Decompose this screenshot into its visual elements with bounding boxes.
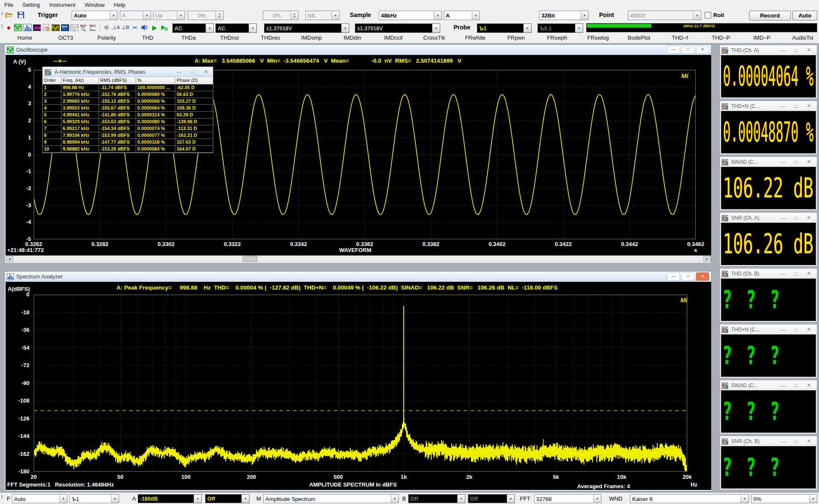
hotkey-tab[interactable]: FRwhite bbox=[455, 33, 496, 43]
hotkey-tab[interactable]: IMDdin bbox=[332, 33, 373, 43]
minimize-button[interactable]: — bbox=[777, 159, 790, 165]
chevron-down-icon[interactable]: ▼ bbox=[110, 11, 117, 20]
probe-a-select[interactable]: Ъ1▼ bbox=[477, 23, 531, 33]
ddp-panel-titlebar[interactable]: DDP THD (Ch. B) — □ ✕ bbox=[720, 269, 817, 279]
close-button[interactable]: ✕ bbox=[802, 327, 815, 332]
hotkey-tab[interactable]: FRswlog bbox=[578, 33, 619, 43]
ddp-panel-titlebar[interactable]: DDP THD+N (C... — □ ✕ bbox=[720, 324, 817, 335]
table-row[interactable]: 2 1.99776 kHz -152.76 dBFS 0.0000089 % 5… bbox=[43, 91, 213, 98]
table-row[interactable]: 3 2.99665 kHz -155.12 dBFS 0.0000068 % 1… bbox=[43, 98, 213, 105]
oscilloscope-titlebar[interactable]: Oscilloscope — □ ✕ bbox=[5, 45, 711, 55]
close-button[interactable]: ✕ bbox=[802, 159, 815, 165]
freq-scale-select[interactable]: Auto▼ bbox=[12, 494, 67, 503]
maximize-button[interactable]: □ bbox=[790, 327, 802, 332]
trigger-marker-icon[interactable]: —✕— bbox=[53, 58, 67, 64]
hotkey-tab[interactable]: THDnsl bbox=[209, 33, 250, 43]
signal-generator-icon[interactable] bbox=[51, 23, 60, 32]
minimize-button[interactable]: — bbox=[174, 69, 183, 75]
chevron-down-icon[interactable]: ▼ bbox=[249, 24, 256, 32]
overlap-select[interactable]: 0%▼ bbox=[751, 494, 817, 503]
table-column-header[interactable]: RMS (dBFS) bbox=[99, 77, 136, 84]
chevron-down-icon[interactable]: ▼ bbox=[581, 11, 588, 20]
hotkey-tab[interactable]: THD~f bbox=[659, 33, 700, 43]
record-icon[interactable]: ● bbox=[4, 23, 13, 32]
toolbar-grip[interactable]: ‖ bbox=[1, 10, 2, 17]
run-loop-icon[interactable] bbox=[160, 23, 168, 32]
sample-rate-select[interactable]: 48kHz▼ bbox=[379, 11, 442, 20]
checkbox-box[interactable] bbox=[705, 12, 711, 18]
trigger-delay-spinner[interactable]: 0% ▲▼ bbox=[263, 11, 299, 20]
range-a-select[interactable]: ±1.37018V▼ bbox=[264, 23, 349, 33]
hotkey-tab[interactable]: THD bbox=[127, 33, 168, 43]
oscilloscope-icon[interactable] bbox=[14, 23, 23, 32]
maximize-button[interactable]: □ bbox=[790, 215, 802, 220]
chevron-down-icon[interactable]: ▼ bbox=[59, 495, 67, 503]
scissors-icon[interactable]: ✂ bbox=[131, 23, 139, 32]
close-button[interactable]: ✕ bbox=[802, 271, 815, 276]
record-button[interactable]: Record bbox=[749, 11, 791, 20]
auto-scale-button[interactable]: Auto bbox=[793, 11, 817, 20]
minimize-button[interactable]: — bbox=[777, 383, 790, 388]
a-range-select[interactable]: -180dB▼ bbox=[138, 494, 202, 503]
table-column-header[interactable]: % bbox=[136, 77, 175, 84]
spinner-arrows-icon[interactable]: ▲▼ bbox=[215, 11, 223, 20]
spectrum-analyzer-icon[interactable] bbox=[23, 23, 32, 32]
freq-probe-select[interactable]: Ъ1▼ bbox=[70, 494, 119, 503]
maximize-button[interactable]: □ bbox=[790, 439, 802, 444]
hotkey-tab[interactable]: THDa bbox=[168, 33, 209, 43]
chevron-down-icon[interactable]: ▼ bbox=[593, 495, 601, 503]
scrollbar-thumb[interactable] bbox=[243, 256, 257, 262]
osc-horizontal-scrollbar[interactable]: ◄ ► bbox=[6, 255, 711, 262]
table-column-header[interactable]: Order bbox=[43, 77, 61, 84]
fft-size-select[interactable]: 32768▼ bbox=[534, 494, 601, 503]
minimize-button[interactable]: — bbox=[777, 104, 790, 109]
maximize-button[interactable]: □ bbox=[188, 69, 197, 75]
derived-data-icon[interactable] bbox=[70, 23, 79, 32]
table-column-header[interactable]: Freq. (Hz) bbox=[61, 77, 99, 84]
chevron-down-icon[interactable]: ▼ bbox=[809, 495, 817, 503]
hotkey-tab[interactable]: Home bbox=[4, 33, 45, 43]
ddp-panel-titlebar[interactable]: DDP SINAD (C... — □ ✕ bbox=[720, 380, 817, 391]
menu-item[interactable]: Setting bbox=[23, 2, 40, 8]
scroll-left-icon[interactable]: ◄ bbox=[6, 256, 13, 262]
trigger-edge-select[interactable]: Up▼ bbox=[153, 11, 185, 20]
minimize-button[interactable]: — bbox=[777, 439, 790, 444]
spectrum-titlebar[interactable]: Spectrum Analyzer — □ ✕ bbox=[5, 272, 711, 282]
spectrum-plot[interactable] bbox=[34, 295, 687, 472]
sample-channel-select[interactable]: A▼ bbox=[444, 11, 480, 20]
toolbar-grip[interactable]: ‖ bbox=[1, 494, 2, 500]
table-row[interactable]: 1 998.88 Hz -11.74 dBFS 100.0000000 ... … bbox=[43, 84, 213, 91]
chevron-down-icon[interactable]: ▼ bbox=[523, 24, 531, 32]
hotkey-tab[interactable]: Polarity bbox=[86, 33, 127, 43]
run-icon[interactable]: ▶ bbox=[150, 23, 159, 32]
ground-a-icon[interactable]: ⊥A bbox=[112, 23, 121, 32]
maximize-button[interactable]: □ bbox=[682, 46, 694, 54]
coupling-b-select[interactable]: AC▼ bbox=[215, 23, 257, 33]
chevron-down-icon[interactable]: ▼ bbox=[241, 495, 249, 503]
probe-b-select[interactable]: Ъ0.1▼ bbox=[537, 23, 583, 33]
view-mode-select[interactable]: Amplitude Spectrum▼ bbox=[263, 494, 399, 503]
table-row[interactable]: 6 5.99329 kHz -153.63 dBFS 0.0000080 % -… bbox=[43, 119, 213, 125]
table-row[interactable]: 5 4.99441 kHz -141.80 dBFS 0.0000314 % 6… bbox=[43, 112, 213, 119]
ddp-panel-titlebar[interactable]: DDP SNR (Ch. B) — □ ✕ bbox=[720, 436, 817, 446]
close-button[interactable]: ✕ bbox=[802, 215, 815, 220]
point-count-select[interactable]: 48000▼ bbox=[628, 11, 701, 20]
hotkey-tab[interactable]: BodePlot bbox=[619, 33, 659, 43]
data-logger-icon[interactable] bbox=[42, 23, 51, 32]
hotkey-tab[interactable]: FRswph bbox=[537, 33, 578, 43]
chevron-down-icon[interactable]: ▼ bbox=[391, 495, 398, 503]
coupling-a-select[interactable]: AC▼ bbox=[172, 23, 214, 33]
ddp-panel-titlebar[interactable]: DDP SINAD (C... — □ ✕ bbox=[720, 157, 817, 167]
chevron-down-icon[interactable]: ▼ bbox=[472, 11, 479, 20]
maximize-button[interactable]: □ bbox=[790, 159, 802, 165]
bit-depth-select[interactable]: 32Bit▼ bbox=[539, 11, 589, 20]
ddc-icon[interactable]: DDC bbox=[89, 23, 98, 32]
trigger-level-spinner[interactable]: 0% ▲▼ bbox=[188, 11, 224, 20]
maximize-button[interactable]: □ bbox=[790, 48, 802, 53]
chevron-down-icon[interactable]: ▼ bbox=[434, 11, 441, 20]
minimize-button[interactable]: — bbox=[777, 48, 790, 53]
hotkey-tab[interactable]: THD~P bbox=[700, 33, 741, 43]
b-mode-select[interactable]: Off▼ bbox=[468, 494, 515, 503]
chevron-down-icon[interactable]: ▼ bbox=[341, 24, 349, 32]
b-range-select[interactable]: Off▼ bbox=[408, 494, 465, 503]
